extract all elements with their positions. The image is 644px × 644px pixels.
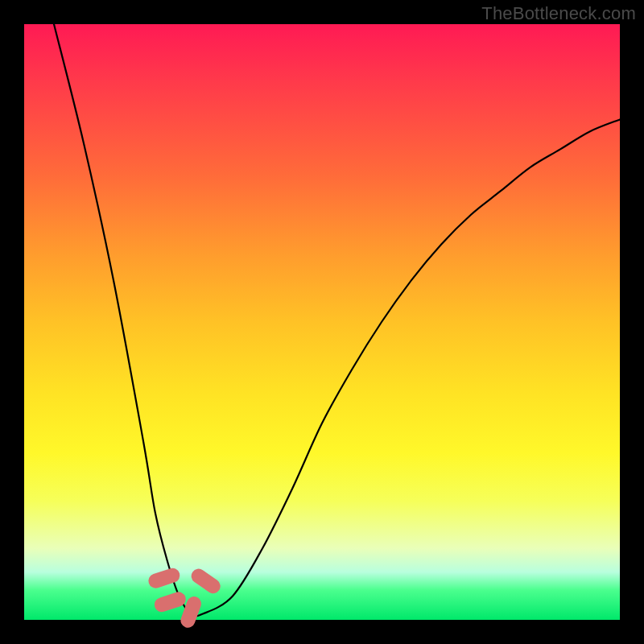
chart-frame: TheBottleneck.com [0, 0, 644, 644]
bottleneck-curve [54, 24, 620, 616]
pill-left-lower [152, 590, 188, 613]
pill-upper-right [188, 566, 223, 597]
curve-group [54, 24, 620, 616]
plot-area [24, 24, 620, 620]
pill-left-upper [147, 566, 182, 589]
marker-group [147, 566, 223, 630]
watermark-text: TheBottleneck.com [481, 3, 636, 24]
plot-svg [24, 24, 620, 620]
